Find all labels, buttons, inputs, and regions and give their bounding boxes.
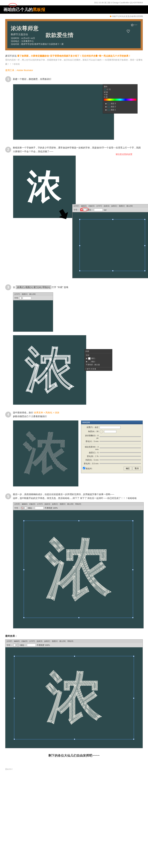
- preview-checkbox[interactable]: 预览(P): [83, 467, 92, 470]
- toolbar[interactable]: 字符: [13, 296, 53, 300]
- toolbar[interactable]: 字符： 描边： 不透明度 100%: [13, 506, 144, 510]
- canvas-step2b[interactable]: [72, 212, 148, 278]
- slider[interactable]: [100, 456, 141, 457]
- clear-icon[interactable]: ⊘: [91, 368, 92, 370]
- selection-box[interactable]: [79, 219, 145, 271]
- layers-panel[interactable]: ◉图层 3 ◉图层 2 ◉图层 1: [104, 101, 136, 112]
- step-number: 3: [5, 284, 11, 290]
- menubar[interactable]: 文件(F) 编辑(E) 对象(O) 文字(T) 选择(S) 效果(C) 视图(V…: [72, 204, 148, 208]
- ai-window-step5: 文件(F) 编辑(E) 对象(O) 文字(T) 选择(S) 效果(C) 视图(V…: [13, 502, 144, 628]
- step-3: 3 去 效果(C) 视图(V) 窗口(W) 帮助(H) 打开 "外观" 选项 文…: [5, 284, 143, 405]
- eye-icon[interactable]: ◉: [105, 106, 107, 107]
- preset-select[interactable]: [100, 426, 121, 429]
- header-title-orange: 黑板报: [33, 7, 45, 12]
- slider[interactable]: [100, 452, 141, 453]
- canvas-step4: 浓: [13, 421, 78, 487]
- eye-icon[interactable]: ◉: [86, 361, 88, 363]
- header-title-white: 画咱自己个儿的: [3, 7, 33, 12]
- slider[interactable]: [100, 436, 141, 437]
- dialog-title: 涂抹选项: [81, 421, 143, 424]
- outro-text: 剩下的各位大仙儿们自由发挥吧~~~~: [5, 753, 143, 757]
- ai-window-step2: 文件(F) 编辑(E) 对象(O) 文字(T) 选择(S) 效果(C) 视图(V…: [72, 204, 148, 278]
- eye-icon[interactable]: ◉: [86, 358, 88, 359]
- selection-box[interactable]: [14, 656, 134, 739]
- final-label: 最终效果：: [5, 634, 143, 638]
- heart-icon: ♡: [126, 29, 130, 34]
- angle-input[interactable]: [104, 430, 116, 433]
- color-panel[interactable]: 颜色 C 72 M 58 Y 60 K 40 ◉图层 3 ◉图层 2 ◉图层 1: [103, 84, 138, 114]
- eye-icon[interactable]: ◉: [105, 109, 107, 111]
- callout-text: 请注意这里的设置: [116, 153, 132, 156]
- step-text: 选中新的填色，执行 效果菜单 > 风格化 > 涂抹 参数你随意自己个儿看着舒服就…: [13, 411, 59, 418]
- step-2: 2 教程就拿一个字做例子，字的多少不受影响，通常做这种字都选一款粗的字体，我是做…: [5, 146, 143, 278]
- bb-subtitle: 教师节主题活动 活动时间：xx月xx日~xx日 活动地点：五星素质中心 活动内容…: [11, 33, 64, 45]
- fx-icon[interactable]: fx: [89, 368, 90, 370]
- eye-icon[interactable]: ◉: [105, 102, 107, 104]
- bb-line1: 浓浓尊师意: [11, 25, 137, 32]
- menubar[interactable]: 文件(F) 编辑(E) 对象(O) 文字(T) 选择(S) 效果(C) 视图(V…: [13, 502, 144, 506]
- menubar[interactable]: 文字(T) 视图(V) 窗口(W): [13, 292, 53, 296]
- scribble-char: 浓: [23, 423, 68, 484]
- ok-button[interactable]: 确定: [124, 467, 132, 470]
- sample-char: 浓: [27, 163, 62, 210]
- selection-box[interactable]: [24, 521, 133, 618]
- step-number: 5: [5, 493, 11, 499]
- canvas-final[interactable]: 浓: [5, 647, 143, 748]
- trash-icon[interactable]: 🗑: [94, 368, 96, 370]
- gradient-bar[interactable]: [104, 99, 136, 101]
- tagline: ◆ 特献不过时此处更是必修课的原因哦: [0, 14, 148, 19]
- canvas-step3-char: 浓 外观 字符 ◉填充： ◉描边： 不透明度：默认值 □ ■ fx ⊘ ⊞ 🗑: [13, 335, 86, 405]
- menu-hint: 效果(C) 视图(V) 窗口(W) 帮助(H): [16, 285, 51, 289]
- scribble-dialog[interactable]: 涂抹选项 设置(T)：自定 角度(A)：30 路径重叠(O)：0 px 变化(V…: [81, 421, 143, 473]
- step-text: 新建一个图层，颜色随意，你黑板就行: [13, 77, 51, 81]
- menubar[interactable]: 文件(F) 编辑(E) 对象(O) 文字(T) 选择(S) 效果(C) 视图(V…: [5, 640, 143, 643]
- input[interactable]: [23, 297, 31, 300]
- duplicate-icon[interactable]: ⊞: [93, 368, 94, 370]
- slider[interactable]: [100, 441, 141, 442]
- intro-paragraph: 废话不多说 看了效果图，大家肯定蠢蠢欲动~至于背景啥的我就不多介绍了！无任何技术…: [5, 54, 143, 66]
- step-text: 去 效果(C) 视图(V) 窗口(W) 帮助(H) 打开 "外观" 选项: [13, 285, 68, 289]
- blackboard-preview: ✿〰 浓浓尊师意 款款爱生情 ♡ 教师节主题活动 活动时间：xx月xx日~xx日…: [5, 19, 143, 50]
- step-1: 1 新建一个图层，颜色随意，你黑板就行 颜色 C 72 M 58 Y 60 K …: [5, 76, 143, 140]
- appearance-panel[interactable]: 外观 字符 ◉填充： ◉描边： 不透明度：默认值 □ ■ fx ⊘ ⊞ 🗑: [84, 349, 112, 371]
- step-number: 1: [5, 76, 11, 82]
- stroke-input[interactable]: [35, 506, 44, 509]
- add-fill-icon[interactable]: ■: [87, 368, 88, 370]
- step-text: 最后一步，虽然很模糊的成分，但是拉丝就是最后一步所谓的无用功，反而能提升整个效果…: [13, 493, 137, 500]
- slider[interactable]: [100, 460, 141, 460]
- footer: 墨染/设计: [0, 766, 148, 772]
- step-4: 4 选中新的填色，执行 效果菜单 > 风格化 > 涂抹 参数你随意自己个儿看着舒…: [5, 411, 143, 487]
- page-header: 画咱自己个儿的 黑板报: [0, 5, 148, 14]
- step-5: 5 最后一步，虽然很模糊的成分，但是拉丝就是最后一步所谓的无用功，反而能提升整个…: [5, 493, 143, 628]
- tool-label: 使用工具：Adobe Illustrator: [5, 69, 143, 72]
- deco-flourish-icon: ✿〰: [131, 23, 137, 27]
- cancel-button[interactable]: 取消: [132, 467, 141, 470]
- slider[interactable]: [100, 463, 141, 464]
- add-stroke-icon[interactable]: □: [85, 368, 87, 370]
- meta-bar: 2012.10.06 第三期 UI Design CaoMinMin QQ:42…: [0, 0, 148, 5]
- canvas-step5[interactable]: 浓: [13, 510, 144, 628]
- ai-window-step3a: 文字(T) 视图(V) 窗口(W) 字符: [13, 292, 53, 332]
- step-number: 4: [5, 412, 11, 417]
- stroke-input[interactable]: [94, 209, 103, 211]
- canvas-step2a: 浓: [13, 156, 76, 218]
- toolbar[interactable]: 字符： 描边： 不透明度 100%: [5, 643, 143, 647]
- outline-char: 浓: [25, 337, 74, 403]
- stroke-input[interactable]: [27, 644, 36, 647]
- canvas[interactable]: [13, 300, 53, 332]
- toolbar[interactable]: 字符： 描边： 1pt: [72, 208, 148, 212]
- canvas-step1: [13, 84, 114, 140]
- ai-window-final: 文件(F) 编辑(E) 对象(O) 文字(T) 选择(S) 效果(C) 视图(V…: [5, 639, 143, 748]
- highlight-circle: [9, 3, 17, 7]
- step-text: 教程就拿一个字做例子，字的多少不受影响，通常做这种字都选一款粗的字体，我是做3D…: [13, 146, 143, 153]
- step-number: 2: [5, 147, 11, 153]
- slider[interactable]: [100, 447, 141, 448]
